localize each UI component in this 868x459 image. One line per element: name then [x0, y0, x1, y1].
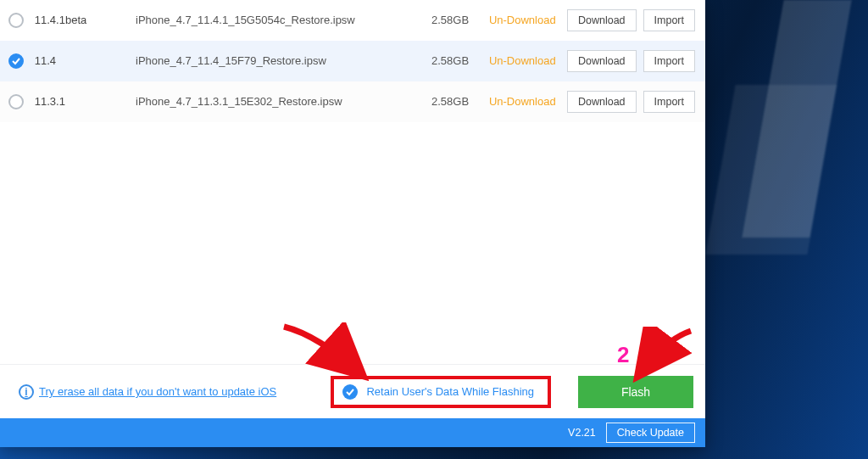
annotation-step-number: 2 [617, 342, 629, 368]
footer-bar: V2.21 Check Update [0, 418, 705, 447]
version-cell: 11.3.1 [33, 95, 136, 108]
firmware-list: 11.4.1beta iPhone_4.7_11.4.1_15G5054c_Re… [0, 0, 705, 122]
status-cell: Un-Download [489, 54, 567, 67]
download-button[interactable]: Download [567, 9, 637, 31]
table-row[interactable]: 11.3.1 iPhone_4.7_11.3.1_15E302_Restore.… [0, 81, 705, 122]
size-cell: 2.58GB [431, 14, 489, 26]
filename-cell: iPhone_4.7_11.4.1_15G5054c_Restore.ipsw [136, 14, 431, 26]
retain-data-checkbox[interactable]: Retain User's Data While Flashing [331, 376, 551, 408]
info-icon: i [19, 384, 34, 400]
table-row[interactable]: 11.4.1beta iPhone_4.7_11.4.1_15G5054c_Re… [0, 0, 705, 41]
blank-area [0, 122, 705, 364]
action-bar: i Try erase all data if you don't want t… [0, 364, 705, 418]
version-cell: 11.4 [33, 54, 136, 67]
app-window: 11.4.1beta iPhone_4.7_11.4.1_15G5054c_Re… [0, 0, 705, 447]
radio-unchecked-icon[interactable] [8, 94, 24, 109]
table-row[interactable]: 11.4 iPhone_4.7_11.4_15F79_Restore.ipsw … [0, 41, 705, 81]
size-cell: 2.58GB [431, 54, 489, 67]
download-button[interactable]: Download [567, 91, 637, 113]
filename-cell: iPhone_4.7_11.4_15F79_Restore.ipsw [136, 54, 431, 67]
import-button[interactable]: Import [643, 91, 695, 113]
flash-button[interactable]: Flash [578, 376, 693, 408]
status-cell: Un-Download [489, 95, 567, 108]
checkmark-icon [342, 384, 358, 400]
erase-tip-link[interactable]: i Try erase all data if you don't want t… [19, 384, 276, 400]
radio-unchecked-icon[interactable] [8, 13, 24, 28]
status-cell: Un-Download [489, 14, 567, 26]
app-version: V2.21 [568, 427, 596, 439]
filename-cell: iPhone_4.7_11.3.1_15E302_Restore.ipsw [136, 95, 431, 108]
version-cell: 11.4.1beta [33, 14, 136, 26]
download-button[interactable]: Download [567, 50, 637, 72]
retain-data-label: Retain User's Data While Flashing [366, 385, 534, 398]
import-button[interactable]: Import [643, 9, 695, 31]
import-button[interactable]: Import [643, 50, 695, 72]
erase-tip-text: Try erase all data if you don't want to … [39, 385, 276, 398]
check-update-button[interactable]: Check Update [606, 423, 695, 443]
size-cell: 2.58GB [431, 95, 489, 108]
radio-checked-icon[interactable] [8, 53, 24, 69]
